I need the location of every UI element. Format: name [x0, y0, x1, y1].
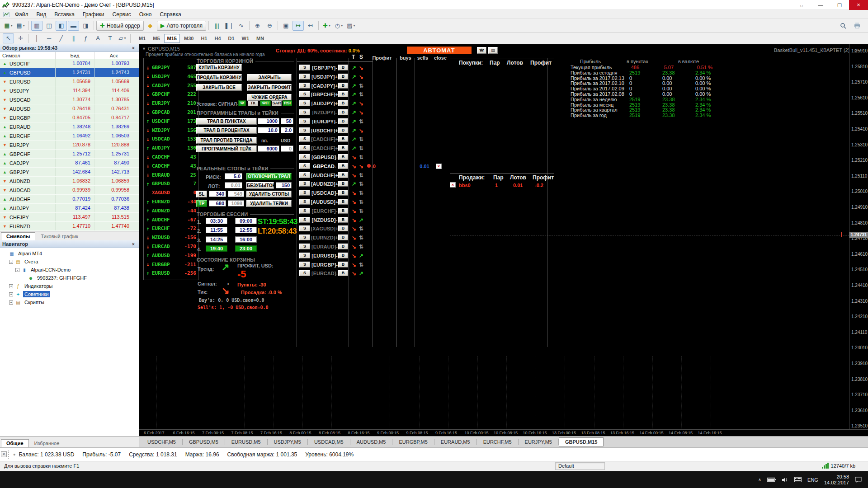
cursor-button[interactable]: ↖	[3, 33, 14, 43]
terminal-grip[interactable]	[8, 450, 9, 459]
battery-icon[interactable]	[767, 477, 776, 482]
trendline-button[interactable]: ╱	[56, 33, 67, 43]
sell-pair-button[interactable]: S	[299, 163, 310, 169]
crosshair-button[interactable]: ✛	[15, 33, 26, 43]
close-sell-order-button[interactable]: ×	[450, 182, 456, 188]
sell-pair-button[interactable]: S	[299, 136, 310, 142]
session-end-field[interactable]: 12:55	[235, 227, 257, 233]
market-watch-row[interactable]: ▼USDJPY114.394114.406	[0, 86, 139, 95]
market-watch-row[interactable]: ▲USDCHF1.007841.00793	[0, 59, 139, 68]
market-watch-close-icon[interactable]: ×	[130, 46, 137, 51]
timeframe-m30-button[interactable]: M30	[181, 34, 197, 43]
sell-basket-button[interactable]: ПРОДАТЬ КОРЗИНУ	[196, 74, 242, 81]
navigator-item[interactable]: -▮Alpari-ECN-Demo	[0, 266, 139, 274]
disable-trail-button[interactable]: ОТКЛЮЧИТЬ ТРАЛ	[246, 173, 292, 180]
session-start-field[interactable]: 14:25	[206, 236, 227, 243]
shapes-button[interactable]: ▱▾	[117, 33, 128, 43]
terminal-button[interactable]: ▬	[68, 21, 79, 31]
lot-field[interactable]: 0.01	[225, 182, 242, 188]
chart-tab-eurgbp-m5[interactable]: EURGBP,M5	[392, 437, 434, 446]
buy-pair-button[interactable]: B	[338, 83, 348, 89]
tree-expander[interactable]: +	[9, 300, 13, 305]
buy-pair-button[interactable]: B	[338, 190, 348, 196]
program-take-field-2[interactable]: 0	[281, 145, 293, 152]
trail-countertrend-button[interactable]: ТРАЛ ПРОТИВ ТРЕНДА	[196, 137, 257, 144]
navigator-item[interactable]: +✦Советники	[0, 290, 139, 298]
sell-pair-button[interactable]: S	[299, 262, 310, 267]
templates-button[interactable]: ▨▾	[345, 21, 357, 31]
buy-pair-button[interactable]: B	[338, 163, 348, 169]
delete-takes-button[interactable]: УДАЛИТЬ ТЕЙКИ	[246, 200, 292, 207]
chart-tab-usdchf-m5[interactable]: USDCHF,M5	[141, 437, 182, 446]
sl-button[interactable]: SL	[196, 191, 207, 197]
signal-toggle-ф[interactable]: Ф	[238, 100, 246, 106]
market-watch-row[interactable]: ▼EURUSD1.056591.05669	[0, 77, 139, 86]
trail-percent-field-2[interactable]: 2.0	[281, 127, 293, 133]
profiles-button[interactable]: ▤▾	[15, 21, 26, 31]
navigator-item[interactable]: +ƒИндикаторы	[0, 282, 139, 290]
market-watch-row[interactable]: ▼AUDNZD1.068321.06859	[0, 177, 139, 186]
market-watch-tab-1[interactable]: Тиковый график	[35, 232, 84, 240]
candlestick-chart-button[interactable]: ❚❘	[223, 21, 235, 31]
tray-chevron-icon[interactable]: ∧	[758, 477, 761, 482]
navigator-item[interactable]: -▤Счета	[0, 258, 139, 266]
buy-pair-button[interactable]: B	[338, 253, 348, 258]
tree-expander[interactable]: -	[15, 268, 19, 272]
tile-windows-button[interactable]: ▣	[280, 21, 292, 31]
menu-item[interactable]: Графики	[79, 10, 108, 19]
sell-pair-button[interactable]: S	[299, 199, 310, 205]
session-start-field[interactable]: 03:30	[206, 218, 227, 224]
sell-pair-button[interactable]: S	[299, 100, 310, 106]
sell-pair-button[interactable]: S	[299, 91, 310, 97]
chart-shift-button[interactable]: ↤	[305, 21, 316, 31]
risk-field[interactable]: 5.0	[225, 173, 242, 179]
chart-tab-eurusd-m5[interactable]: EURUSD,M5	[225, 437, 267, 446]
buy-pair-button[interactable]: B	[338, 74, 348, 80]
chart-tab-gbpusd-m15[interactable]: GBPUSD,M15	[559, 437, 604, 446]
breakeven-field[interactable]: 150	[276, 182, 292, 188]
sell-pair-button[interactable]: S	[299, 225, 310, 231]
market-watch-row[interactable]: ▲GBPUSD1.247311.24743	[0, 68, 139, 77]
signal-toggle-rsi[interactable]: RSI	[283, 100, 292, 106]
chart-tab-eurjpy-m5[interactable]: EURJPY,M5	[519, 437, 558, 446]
delete-stops-button[interactable]: УДАЛИТЬ СТОПЫ	[246, 191, 292, 197]
menu-item[interactable]: Окно	[135, 10, 156, 19]
window-minimize-button[interactable]: —	[811, 0, 830, 10]
search-button[interactable]	[837, 21, 849, 31]
market-watch-row[interactable]: ▼AUDCAD0.999390.99958	[0, 186, 139, 195]
session-start-field[interactable]: 11:55	[206, 227, 227, 233]
market-watch-row[interactable]: ▲GBPJPY142.684142.713	[0, 168, 139, 177]
chart-tab-gbpusd-m5[interactable]: GBPUSD,M5	[183, 437, 225, 446]
buy-pair-button[interactable]: B	[338, 145, 348, 151]
auto-scroll-button[interactable]: ↦	[292, 21, 304, 31]
trail-points-button[interactable]: ТРАЛ В ПУНКТАХ	[196, 118, 257, 125]
sell-pair-button[interactable]: S	[299, 270, 310, 276]
buy-pair-button[interactable]: B	[338, 91, 348, 97]
sell-pair-button[interactable]: S	[299, 65, 310, 70]
buy-pair-button[interactable]: B	[338, 109, 348, 115]
chart-tab-usdcad-m5[interactable]: USDCAD,M5	[308, 437, 350, 446]
horizontal-line-button[interactable]: ─	[43, 33, 55, 43]
signal-toggle-sar[interactable]: SAR	[272, 100, 282, 106]
buy-pair-button[interactable]: B	[338, 217, 348, 223]
chart-tab-eurchf-m5[interactable]: EURCHF,M5	[477, 437, 518, 446]
trail-percent-button[interactable]: ТРАЛ В ПРОЦЕНТАХ	[196, 127, 257, 134]
timeframe-m5-button[interactable]: M5	[150, 34, 163, 43]
timeframe-m15-button[interactable]: M15	[164, 34, 180, 43]
buy-pair-button[interactable]: B	[338, 118, 348, 124]
sell-pair-button[interactable]: S	[299, 244, 310, 249]
market-watch-row[interactable]: ▼AUDUSD0.764180.76431	[0, 104, 139, 113]
buy-pair-button[interactable]: B	[338, 262, 348, 267]
sell-pair-button[interactable]: S	[299, 118, 310, 124]
session-end-field[interactable]: 16:00	[235, 236, 257, 243]
sell-pair-button[interactable]: S	[299, 217, 310, 223]
trail-points-field-2[interactable]: 50	[281, 118, 293, 124]
keyboard-icon[interactable]	[794, 477, 802, 482]
foreign-orders-button[interactable]: ЧУЖИЕ ОРДЕРА	[247, 94, 292, 101]
market-watch-row[interactable]: ▲AUDJPY87.42487.438	[0, 204, 139, 213]
market-watch-row[interactable]: ▼USDCAD1.307741.30785	[0, 95, 139, 104]
buy-pair-button[interactable]: B	[338, 244, 348, 249]
chart-tab-usdjpy-m5[interactable]: USDJPY,M5	[268, 437, 307, 446]
navigator-close-icon[interactable]: ×	[130, 242, 137, 247]
navigator-item[interactable]: +▤Скрипты	[0, 298, 139, 306]
